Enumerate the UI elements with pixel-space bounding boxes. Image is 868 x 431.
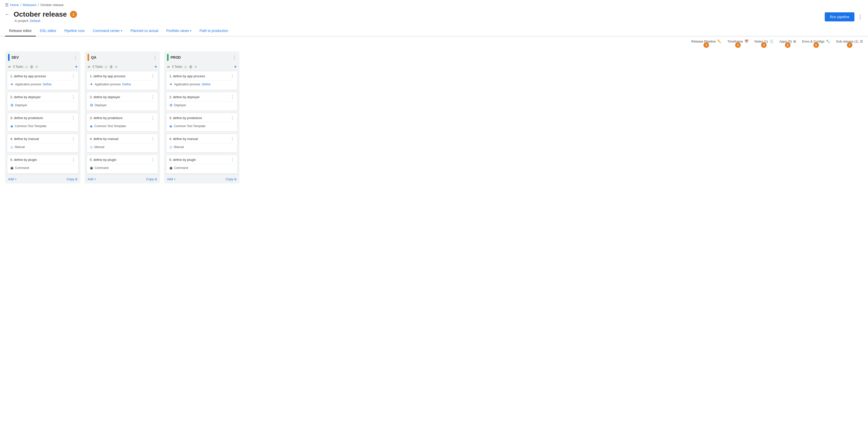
- col-copy-btn-prod[interactable]: Copy ⧉: [226, 177, 237, 181]
- col-grid-icon-dev[interactable]: ≡: [35, 65, 37, 69]
- col-add-btn-prod[interactable]: Add +: [167, 177, 176, 181]
- col-more-prod[interactable]: ⋮: [232, 55, 237, 60]
- task-sub-qa-1: ⚙ Deployer: [90, 101, 155, 108]
- task-sub-action-prod-0[interactable]: Define: [202, 83, 211, 86]
- task-card-qa-1: 2. define by deployer ⋮ ⚙ Deployer: [87, 92, 158, 111]
- task-card-prod-1: 2. define by deployer ⋮ ⚙ Deployer: [166, 92, 238, 111]
- col-tasks-header-prod: ⬌ 5 Tasks ◇ 🗑 ≡ +: [164, 63, 240, 71]
- tab-planned-vs-actual[interactable]: Planned vs actual: [126, 26, 162, 36]
- task-card-qa-3: 4. define by manual ⋮ ◇ Manual: [87, 134, 158, 152]
- project-link[interactable]: Default: [30, 19, 40, 23]
- task-more-qa-0[interactable]: ⋮: [151, 74, 155, 78]
- col-more-dev[interactable]: ⋮: [73, 55, 78, 60]
- breadcrumb-releases[interactable]: Releases: [23, 3, 36, 7]
- page-title: October release: [13, 10, 67, 18]
- task-more-qa-4[interactable]: ⋮: [151, 157, 155, 162]
- tab-path-to-production[interactable]: Path to production: [195, 26, 232, 36]
- col-copy-btn-dev[interactable]: Copy ⧉: [67, 177, 78, 181]
- task-sub-label-prod-3: Manual: [174, 145, 184, 149]
- task-sub-action-qa-0[interactable]: Define: [122, 83, 131, 86]
- tab-release-editor[interactable]: Release editor: [5, 26, 36, 36]
- col-add-task-qa[interactable]: +: [155, 64, 157, 69]
- copy-icon-prod: ⧉: [234, 177, 237, 181]
- more-options-icon[interactable]: ⋮: [858, 13, 863, 20]
- task-more-dev-4[interactable]: ⋮: [71, 157, 75, 162]
- tab-dsl-editor[interactable]: DSL editor: [36, 26, 60, 36]
- kanban-board: DEV ⋮ ⬌ 5 Tasks ◇ 🗑 ≡ + 1. define by app…: [0, 51, 868, 189]
- task-title-dev-2: 3. define by prodedure: [10, 116, 43, 120]
- task-title-dev-0: 1. define by app process: [10, 74, 46, 78]
- col-add-task-dev[interactable]: +: [75, 64, 78, 69]
- toolbar-envs-configs[interactable]: Envs & Configs 🔧 6: [802, 39, 830, 43]
- task-title-prod-3: 4. define by manual: [169, 137, 198, 141]
- task-card-dev-1: 2. define by deployer ⋮ ⚙ Deployer: [7, 92, 79, 111]
- col-add-btn-dev[interactable]: Add +: [8, 177, 17, 181]
- task-more-qa-1[interactable]: ⋮: [151, 95, 155, 99]
- hamburger-icon[interactable]: ☰: [5, 2, 8, 7]
- notes-label: Notes (1): [754, 39, 768, 43]
- tabs-bar: Release editor DSL editor Pipeline runs …: [0, 26, 868, 36]
- task-sub-dev-3: ◇ Manual: [10, 143, 75, 150]
- toolbar-sub-release[interactable]: Sub release (1) ☰ 7: [836, 39, 863, 43]
- task-title-row-dev-3: 4. define by manual ⋮: [10, 137, 75, 141]
- col-grid-icon-qa[interactable]: ≡: [115, 65, 117, 69]
- page-title-row: ← October release 1: [5, 10, 77, 18]
- back-arrow[interactable]: ←: [5, 12, 9, 17]
- tab-command-center[interactable]: Command center ▾: [89, 26, 126, 36]
- toolbar-badge-5: 5: [785, 42, 790, 48]
- toolbar-notes[interactable]: Notes (1) 🗒️ 4: [754, 39, 773, 43]
- col-body-dev: 1. define by app process ⋮ ✦ Application…: [5, 71, 81, 173]
- col-add-task-prod[interactable]: +: [234, 64, 237, 69]
- task-title-prod-1: 2. define by deployer: [169, 95, 200, 99]
- task-more-dev-0[interactable]: ⋮: [71, 74, 75, 78]
- task-title-row-dev-2: 3. define by prodedure ⋮: [10, 116, 75, 120]
- toolbar-badge-7: 7: [847, 42, 852, 48]
- task-more-prod-2[interactable]: ⋮: [230, 116, 234, 120]
- col-copy-btn-qa[interactable]: Copy ⧉: [146, 177, 157, 181]
- task-more-dev-3[interactable]: ⋮: [71, 137, 75, 141]
- task-title-dev-3: 4. define by manual: [10, 137, 39, 141]
- task-more-prod-4[interactable]: ⋮: [230, 157, 234, 162]
- toolbar-timeframe[interactable]: Timeframe 📅 3: [727, 39, 748, 43]
- col-trash-icon-qa[interactable]: 🗑: [110, 65, 113, 69]
- task-more-prod-0[interactable]: ⋮: [230, 74, 234, 78]
- task-title-row-dev-0: 1. define by app process ⋮: [10, 74, 75, 78]
- breadcrumb-home[interactable]: Home: [10, 3, 19, 7]
- col-trash-icon-prod[interactable]: 🗑: [189, 65, 192, 69]
- task-more-qa-2[interactable]: ⋮: [151, 116, 155, 120]
- col-diamond-icon-prod[interactable]: ◇: [184, 65, 187, 69]
- task-more-dev-1[interactable]: ⋮: [71, 95, 75, 99]
- task-card-qa-0: 1. define by app process ⋮ ✦ Application…: [87, 71, 158, 90]
- calendar-icon: 📅: [744, 39, 748, 43]
- tab-pipeline-runs[interactable]: Pipeline runs: [60, 26, 89, 36]
- task-more-dev-2[interactable]: ⋮: [71, 116, 75, 120]
- task-sub-prod-0: ✦ Application process Define: [169, 80, 234, 87]
- task-card-qa-2: 3. define by prodedure ⋮ ◈ Common Test T…: [87, 113, 158, 132]
- col-tasks-count-qa: 5 Tasks: [93, 65, 103, 68]
- page-header-left: ← October release 1 In project: Default: [5, 10, 77, 23]
- col-diamond-icon-dev[interactable]: ◇: [25, 65, 28, 69]
- task-title-row-prod-0: 1. define by app process ⋮: [169, 74, 234, 78]
- col-trash-icon-dev[interactable]: 🗑: [30, 65, 33, 69]
- task-title-row-dev-1: 2. define by deployer ⋮: [10, 95, 75, 99]
- task-more-qa-3[interactable]: ⋮: [151, 137, 155, 141]
- task-title-row-prod-4: 5. define by plugin ⋮: [169, 157, 234, 162]
- toolbar: Release Pipeline ✏️ 2 Timeframe 📅 3 Note…: [0, 36, 868, 45]
- toolbar-badge-2: 2: [704, 42, 709, 48]
- grid-icon: ⊞: [793, 39, 796, 43]
- col-tasks-count-prod: 5 Tasks: [172, 65, 182, 68]
- task-sub-label-prod-1: Deployer: [174, 104, 186, 107]
- tab-portfolio-views[interactable]: Portfolio views ▾: [162, 26, 195, 36]
- page-header: ← October release 1 In project: Default …: [0, 8, 868, 26]
- col-more-qa[interactable]: ⋮: [153, 55, 157, 60]
- col-add-btn-qa[interactable]: Add +: [88, 177, 96, 181]
- task-sub-action-dev-0[interactable]: Define: [43, 83, 52, 86]
- col-diamond-icon-qa[interactable]: ◇: [105, 65, 107, 69]
- run-pipeline-button[interactable]: Run pipeline: [825, 12, 855, 21]
- task-more-prod-3[interactable]: ⋮: [230, 137, 234, 141]
- task-more-prod-1[interactable]: ⋮: [230, 95, 234, 99]
- toolbar-apps[interactable]: Apps (0) ⊞ 5: [779, 39, 796, 43]
- col-header-qa: QA ⋮: [85, 51, 160, 63]
- toolbar-release-pipeline[interactable]: Release Pipeline ✏️ 2: [691, 39, 721, 43]
- col-grid-icon-prod[interactable]: ≡: [194, 65, 196, 69]
